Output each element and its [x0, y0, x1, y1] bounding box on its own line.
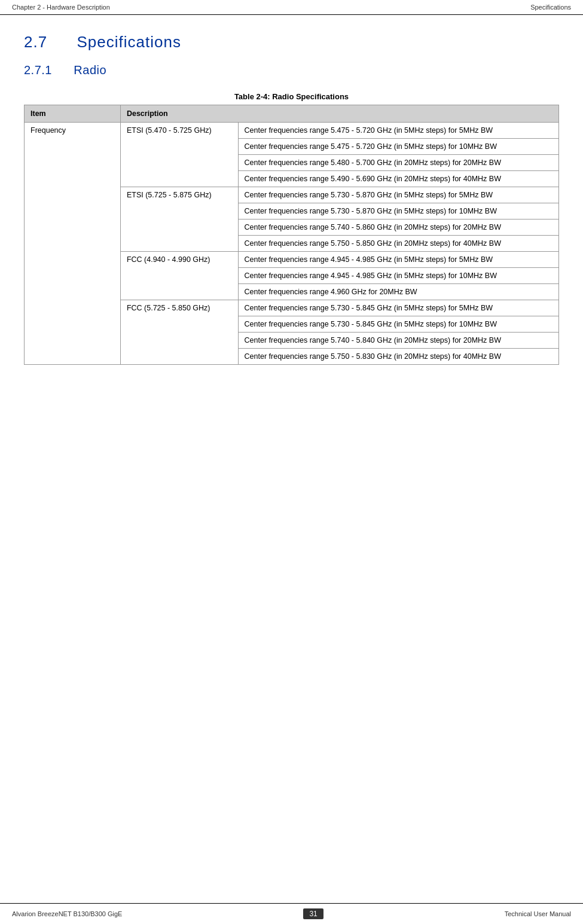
cell-description: Center frequencies range 5.475 - 5.720 G…	[238, 123, 558, 139]
section-sub-heading: 2.7.1 Radio	[24, 63, 559, 77]
section-sub-title: Radio	[74, 63, 106, 77]
cell-description: Center frequencies range 4.960 GHz for 2…	[238, 284, 558, 300]
section-main-heading: 2.7 Specifications	[24, 33, 559, 51]
section-main-number: 2.7	[24, 33, 47, 51]
cell-description: Center frequencies range 5.490 - 5.690 G…	[238, 171, 558, 187]
page-header: Chapter 2 - Hardware Description Specifi…	[0, 0, 583, 15]
cell-sub-range: FCC (5.725 - 5.850 GHz)	[120, 300, 238, 365]
footer-left: Alvarion BreezeNET B130/B300 GigE	[12, 910, 122, 917]
cell-description: Center frequencies range 5.475 - 5.720 G…	[238, 139, 558, 155]
cell-description: Center frequencies range 5.480 - 5.700 G…	[238, 155, 558, 171]
cell-description: Center frequencies range 5.750 - 5.850 G…	[238, 236, 558, 252]
section-sub-number: 2.7.1	[24, 63, 52, 77]
cell-description: Center frequencies range 5.750 - 5.830 G…	[238, 349, 558, 365]
cell-item: Frequency	[25, 123, 121, 365]
cell-description: Center frequencies range 5.730 - 5.845 G…	[238, 316, 558, 333]
cell-description: Center frequencies range 5.730 - 5.870 G…	[238, 203, 558, 219]
cell-description: Center frequencies range 5.740 - 5.840 G…	[238, 333, 558, 349]
footer-page-number: 31	[303, 908, 323, 919]
cell-description: Center frequencies range 5.740 - 5.860 G…	[238, 219, 558, 236]
cell-description: Center frequencies range 4.945 - 4.985 G…	[238, 268, 558, 284]
footer-right: Technical User Manual	[505, 910, 571, 917]
specs-table: Item Description FrequencyETSI (5.470 - …	[24, 105, 559, 365]
col-header-item: Item	[25, 105, 121, 123]
cell-sub-range: FCC (4.940 - 4.990 GHz)	[120, 252, 238, 300]
cell-sub-range: ETSI (5.470 - 5.725 GHz)	[120, 123, 238, 187]
table-row: FrequencyETSI (5.470 - 5.725 GHz)Center …	[25, 123, 559, 139]
page-footer: Alvarion BreezeNET B130/B300 GigE 31 Tec…	[0, 903, 583, 924]
cell-description: Center frequencies range 5.730 - 5.845 G…	[238, 300, 558, 316]
cell-description: Center frequencies range 5.730 - 5.870 G…	[238, 187, 558, 203]
table-title: Table 2-4: Radio Specifications	[24, 92, 559, 101]
cell-description: Center frequencies range 4.945 - 4.985 G…	[238, 252, 558, 268]
header-left: Chapter 2 - Hardware Description	[12, 4, 110, 11]
header-right: Specifications	[530, 4, 571, 11]
cell-sub-range: ETSI (5.725 - 5.875 GHz)	[120, 187, 238, 252]
table-header-row: Item Description	[25, 105, 559, 123]
col-header-desc: Description	[120, 105, 558, 123]
page-content: 2.7 Specifications 2.7.1 Radio Table 2-4…	[0, 15, 583, 413]
section-main-title: Specifications	[77, 33, 181, 51]
